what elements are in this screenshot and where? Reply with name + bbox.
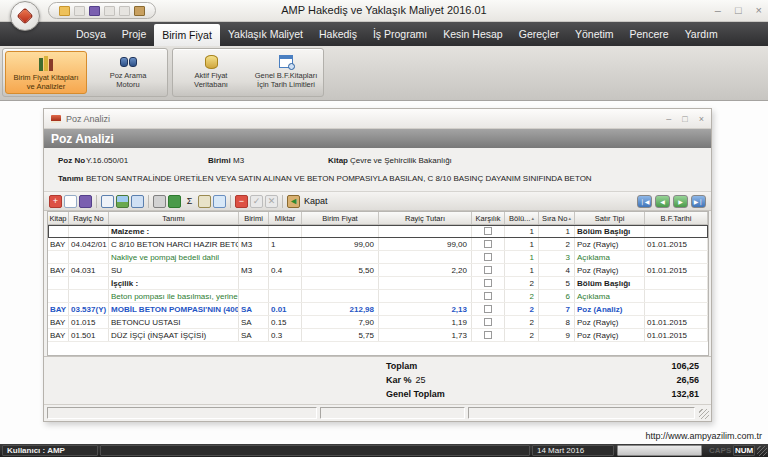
nav-first-button[interactable]: ❘◀ [637,195,652,208]
cell-karsilik[interactable] [472,277,505,289]
kapat-button-label[interactable]: Kapat [304,196,328,206]
menu-item-birim-fiyat[interactable]: Birim Fiyat [154,24,220,46]
column-header-5[interactable]: Miktar [269,212,302,224]
poz-arama-motoru-button[interactable]: Poz Arama Motoru [89,51,167,94]
birim-fiyat-kitaplari-button[interactable]: Birim Fiyat Kitapları ve Analizler [5,51,87,94]
menu-item-i-program-[interactable]: İş Programı [365,22,435,46]
cell-rayic_no [69,290,109,302]
column-header-2[interactable]: Rayiç No [69,212,109,224]
toolbar-separator [148,195,149,208]
exit-icon[interactable]: ◄ [287,195,300,208]
cancel-icon[interactable]: ✕ [265,195,278,208]
menu-item-pencere[interactable]: Pencere [622,22,677,46]
app-logo-button[interactable] [10,1,40,31]
poz-header-bar: Poz Analizi [44,129,711,148]
delete-icon[interactable]: − [235,195,248,208]
column-header-11[interactable]: Satır Tipi [575,212,645,224]
table-row[interactable]: BAY04.042/01C 8/10 BETON HARCI HAZIR BET… [48,238,708,251]
cell-sira_no: 7 [539,303,575,315]
print-icon[interactable] [153,195,166,208]
new-document-icon[interactable] [64,195,77,208]
karsilik-checkbox[interactable] [484,253,492,261]
apply-icon[interactable]: ✓ [250,195,263,208]
table-row[interactable]: Nakliye ve pompaj bedeli dahil13Açıklama [48,251,708,264]
nav-prev-button[interactable]: ◀ [655,195,670,208]
table-row[interactable]: Malzeme :11Bölüm Başlığı [48,225,708,238]
table-row[interactable]: BAY04.031SUM30.45,502,2014Poz (Rayiç)01.… [48,264,708,277]
karsilik-checkbox[interactable] [484,240,492,248]
menu-item-y-netim[interactable]: Yönetim [567,22,622,46]
cell-karsilik[interactable] [472,264,505,276]
add-icon[interactable]: + [49,195,62,208]
cell-karsilik[interactable] [472,251,505,263]
karsilik-checkbox[interactable] [484,305,492,313]
cell-karsilik[interactable] [472,316,505,328]
close-button[interactable]: × [756,2,762,18]
cell-karsilik[interactable] [472,238,505,250]
karsilik-checkbox[interactable] [484,227,492,235]
tarih-limitleri-button[interactable]: Genel B.F.Kitapları İçin Tarih Limitleri [249,51,323,94]
karsilik-checkbox[interactable] [484,318,492,326]
nav-last-button[interactable]: ▶❘ [691,195,706,208]
column-header-9[interactable]: Bölü...▴ [505,212,539,224]
nav-next-button[interactable]: ▶ [673,195,688,208]
menu-item-proje[interactable]: Proje [114,22,155,46]
image-icon[interactable] [116,195,129,208]
cell-karsilik[interactable] [472,225,505,237]
menu-item-dosya[interactable]: Dosya [68,22,114,46]
poz-minimize-button[interactable]: – [666,114,671,124]
cell-satir_tipi: Açıklama [575,251,645,263]
ribbon-button-label: Motoru [116,80,139,89]
menu-item-kesin-hesap[interactable]: Kesin Hesap [435,22,511,46]
preview-icon[interactable] [101,195,114,208]
cell-karsilik[interactable] [472,290,505,302]
books-icon[interactable] [79,195,92,208]
menu-item-hakedi-[interactable]: Hakediş [311,22,365,46]
cell-miktar: 0.15 [269,316,302,328]
sum-icon[interactable]: Σ [183,195,196,208]
column-header-8[interactable]: Karşılık [472,212,505,224]
resize-grip[interactable] [757,446,767,456]
table-row[interactable]: BAY03.537(Y)MOBİL BETON POMPASI'NIN (400… [48,303,708,316]
cell-bf_tarihi: 01.01.2015 [645,316,708,328]
transfer-icon[interactable] [213,195,226,208]
column-header-7[interactable]: Rayiç Tutarı [379,212,472,224]
cell-rayic_no: 04.031 [69,264,109,276]
aktif-fiyat-veritabani-button[interactable]: Aktif Fiyat Veritabanı [175,51,247,94]
table-row[interactable]: Beton pompası ile basılması, yerine dök.… [48,290,708,303]
cell-miktar: 0.4 [269,264,302,276]
column-header-4[interactable]: Birimi [239,212,269,224]
poz-maximize-button[interactable]: □ [682,114,687,124]
kar-percent-value[interactable]: 25 [416,375,426,385]
resize-grip[interactable] [699,409,709,419]
menu-item-gere-ler[interactable]: Gereçler [511,22,567,46]
column-header-6[interactable]: Birim Fiyat [302,212,379,224]
table-row[interactable]: İşçilik :25Bölüm Başlığı [48,277,708,290]
cell-bf_tarihi: 01.01.2015 [645,264,708,276]
excel-export-icon[interactable] [168,195,181,208]
total-label-2: Kar %25 [386,375,426,385]
poz-window-titlebar[interactable]: Poz Analizi – □ × [44,109,711,129]
maximize-button[interactable]: □ [735,2,742,18]
karsilik-checkbox[interactable] [484,266,492,274]
menu-item-yard-m[interactable]: Yardım [677,22,726,46]
table-icon[interactable] [131,195,144,208]
website-link[interactable]: http://www.ampyazilim.com.tr [645,431,762,441]
column-header-3[interactable]: Tanımı [109,212,239,224]
paste-icon[interactable] [198,195,211,208]
cell-karsilik[interactable] [472,329,505,341]
poz-close-button[interactable]: × [699,114,704,124]
cell-karsilik[interactable] [472,303,505,315]
karsilik-checkbox[interactable] [484,292,492,300]
column-header-1[interactable]: Kitap [48,212,69,224]
menu-item-yakla-k-maliyet[interactable]: Yaklaşık Maliyet [220,22,311,46]
minimize-button[interactable]: – [715,2,721,18]
column-header-10[interactable]: Sıra No▴ [539,212,575,224]
karsilik-checkbox[interactable] [484,279,492,287]
karsilik-checkbox[interactable] [484,331,492,339]
column-header-12[interactable]: B.F.Tarihi [645,212,708,224]
table-row[interactable]: BAY01.501DÜZ İŞÇİ (İNŞAAT İŞÇİSİ)SA0.35,… [48,329,708,342]
table-row[interactable]: BAY01.015BETONCU USTASISA0.157,901,1928P… [48,316,708,329]
cell-bolum: 2 [505,290,539,302]
cell-birim_fiyat [302,290,379,302]
